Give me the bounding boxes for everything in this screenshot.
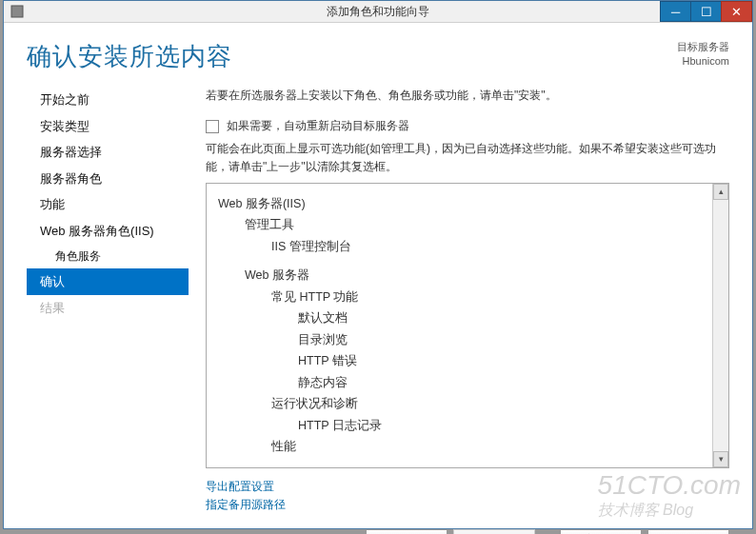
close-button[interactable]: ✕ [721, 1, 752, 22]
window-title: 添加角色和功能向导 [327, 4, 429, 20]
nav-results: 结果 [27, 295, 189, 322]
minimize-button[interactable]: ─ [660, 1, 691, 22]
titlebar: 添加角色和功能向导 ─ ☐ ✕ [4, 1, 752, 23]
maximize-button[interactable]: ☐ [690, 1, 722, 22]
alt-source-link[interactable]: 指定备用源路径 [206, 496, 729, 514]
restart-checkbox-label: 如果需要，自动重新启动目标服务器 [227, 118, 409, 134]
wizard-window: 添加角色和功能向导 ─ ☐ ✕ 确认安装所选内容 目标服务器 Hbunicom … [3, 0, 753, 529]
tree-item: Web 服务器 [218, 265, 717, 287]
nav-role-services[interactable]: 角色服务 [27, 244, 189, 268]
scroll-track[interactable] [713, 200, 728, 451]
content-area: 开始之前 安装类型 服务器选择 服务器角色 功能 Web 服务器角色(IIS) … [27, 87, 729, 522]
nav-install-type[interactable]: 安装类型 [27, 113, 189, 140]
nav-server-select[interactable]: 服务器选择 [27, 139, 189, 166]
scrollbar[interactable]: ▴ ▾ [712, 184, 728, 467]
server-info: 目标服务器 Hbunicom [677, 40, 729, 69]
tree-item: 默认文档 [218, 307, 717, 329]
tree-item: Web 服务器(IIS) [218, 193, 717, 215]
nav-features[interactable]: 功能 [27, 191, 189, 218]
restart-checkbox[interactable] [206, 120, 219, 133]
tree-item: 目录浏览 [218, 329, 717, 351]
tree-item: 常见 HTTP 功能 [218, 287, 717, 308]
nav-confirm[interactable]: 确认 [27, 268, 189, 295]
server-name: Hbunicom [677, 54, 729, 69]
wizard-header: 确认安装所选内容 目标服务器 Hbunicom [27, 40, 729, 87]
app-icon [10, 4, 25, 19]
nav-iis-role[interactable]: Web 服务器角色(IIS) [27, 218, 189, 245]
scroll-up-icon[interactable]: ▴ [713, 184, 728, 200]
optional-note: 可能会在此页面上显示可选功能(如管理工具)，因为已自动选择这些功能。如果不希望安… [206, 140, 729, 176]
scroll-down-icon[interactable]: ▾ [713, 451, 728, 467]
svg-rect-0 [11, 6, 23, 17]
cancel-button[interactable]: 取消 [647, 529, 729, 534]
link-area: 导出配置设置 指定备用源路径 [206, 478, 729, 514]
nav-server-roles[interactable]: 服务器角色 [27, 166, 189, 192]
server-label: 目标服务器 [677, 40, 729, 54]
tree-item: HTTP 错误 [218, 350, 717, 372]
tree-item: 管理工具 [218, 214, 717, 236]
intro-text: 若要在所选服务器上安装以下角色、角色服务或功能，请单击"安装"。 [206, 87, 729, 105]
main-panel: 若要在所选服务器上安装以下角色、角色服务或功能，请单击"安装"。 如果需要，自动… [206, 87, 729, 522]
tree-item: HTTP 日志记录 [218, 415, 717, 437]
nav-before-begin[interactable]: 开始之前 [27, 87, 189, 113]
selection-tree: Web 服务器(IIS) 管理工具 IIS 管理控制台 Web 服务器 常见 H… [207, 184, 728, 467]
window-controls: ─ ☐ ✕ [661, 1, 752, 22]
page-title: 确认安装所选内容 [27, 40, 232, 73]
install-button[interactable]: 安装(I) [560, 529, 642, 534]
restart-checkbox-row: 如果需要，自动重新启动目标服务器 [206, 118, 729, 134]
next-button: 下一步(N) > [453, 529, 535, 534]
tree-item: 运行状况和诊断 [218, 393, 717, 415]
wizard-body: 确认安装所选内容 目标服务器 Hbunicom 开始之前 安装类型 服务器选择 … [4, 23, 752, 534]
tree-item: IIS 管理控制台 [218, 236, 717, 258]
selection-list: Web 服务器(IIS) 管理工具 IIS 管理控制台 Web 服务器 常见 H… [206, 183, 729, 468]
export-config-link[interactable]: 导出配置设置 [206, 478, 729, 496]
nav-sidebar: 开始之前 安装类型 服务器选择 服务器角色 功能 Web 服务器角色(IIS) … [27, 87, 189, 522]
tree-item: 性能 [218, 436, 717, 458]
tree-item: 静态内容 [218, 372, 717, 394]
previous-button[interactable]: < 上一步(P) [366, 529, 448, 534]
button-row: < 上一步(P) 下一步(N) > 安装(I) 取消 [27, 522, 729, 534]
